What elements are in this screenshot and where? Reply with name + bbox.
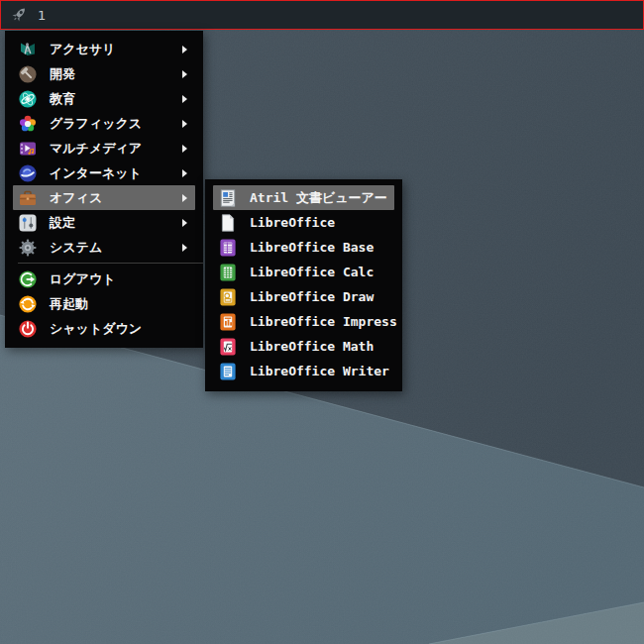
menu-item-atril[interactable]: Atril 文書ビューアー [213, 185, 394, 210]
libreoffice-icon [218, 213, 238, 233]
menu-item-label: LibreOffice [250, 215, 335, 230]
settings-icon [18, 213, 38, 233]
menu-item-libreoffice-draw[interactable]: LibreOffice Draw [213, 284, 394, 309]
menu-item-system[interactable]: システム [13, 235, 195, 260]
office-icon [18, 188, 38, 208]
submenu-arrow-icon [182, 219, 187, 227]
menu-item-label: LibreOffice Base [250, 240, 374, 255]
development-icon [18, 64, 38, 84]
writer-icon [218, 362, 238, 381]
impress-icon [218, 312, 238, 332]
menu-separator [18, 263, 203, 264]
menu-item-multimedia[interactable]: マルチメディア [13, 136, 195, 161]
education-icon [18, 89, 38, 109]
shutdown-icon [18, 319, 38, 339]
rocket-icon[interactable] [9, 5, 29, 25]
menu-item-label: 教育 [50, 90, 75, 108]
calc-icon [218, 263, 238, 282]
internet-icon [18, 163, 38, 183]
menu-item-label: 開発 [50, 65, 75, 83]
applications-menu: アクセサリ開発教育グラフィックスマルチメディアインターネットオフィス設定システム… [5, 31, 203, 348]
submenu-arrow-icon [182, 46, 187, 54]
menu-item-libreoffice-calc[interactable]: LibreOffice Calc [213, 260, 394, 284]
system-icon [18, 238, 38, 258]
menu-item-label: LibreOffice Math [250, 339, 374, 354]
menu-item-libreoffice-base[interactable]: LibreOffice Base [213, 235, 394, 260]
menu-item-label: アクセサリ [50, 41, 116, 58]
menu-item-logout[interactable]: ログアウト [13, 267, 195, 291]
submenu-arrow-icon [182, 95, 187, 103]
draw-icon [218, 287, 238, 307]
submenu-arrow-icon [182, 194, 187, 202]
menu-item-education[interactable]: 教育 [13, 86, 195, 111]
accessories-icon [18, 40, 38, 59]
menu-item-label: LibreOffice Draw [250, 289, 374, 304]
menu-item-accessories[interactable]: アクセサリ [13, 37, 195, 61]
menu-item-shutdown[interactable]: シャットダウン [13, 316, 195, 341]
multimedia-icon [18, 139, 38, 159]
atril-icon [218, 188, 238, 208]
submenu-arrow-icon [182, 145, 187, 153]
workspace-indicator[interactable]: 1 [38, 9, 46, 22]
menu-item-label: ログアウト [50, 270, 116, 288]
base-icon [218, 238, 238, 258]
menu-item-settings[interactable]: 設定 [13, 210, 195, 235]
menu-item-libreoffice[interactable]: LibreOffice [213, 210, 394, 235]
submenu-arrow-icon [182, 244, 187, 252]
menu-item-development[interactable]: 開発 [13, 61, 195, 86]
desktop: 1 アクセサリ開発教育グラフィックスマルチメディアインターネットオフィス設定シス… [0, 0, 644, 644]
menu-item-libreoffice-impress[interactable]: LibreOffice Impress [213, 309, 394, 334]
menu-item-label: シャットダウン [50, 320, 142, 338]
menu-item-internet[interactable]: インターネット [13, 161, 195, 185]
menu-item-graphics[interactable]: グラフィックス [13, 111, 195, 136]
math-icon [218, 337, 238, 357]
menu-item-label: Atril 文書ビューアー [250, 189, 387, 207]
menu-item-label: マルチメディア [50, 140, 142, 158]
restart-icon [18, 294, 38, 314]
menu-item-office[interactable]: オフィス [13, 185, 195, 210]
menu-item-label: LibreOffice Writer [250, 364, 389, 378]
menu-item-label: LibreOffice Calc [250, 265, 374, 279]
submenu-arrow-icon [182, 169, 187, 177]
menu-item-label: LibreOffice Impress [250, 314, 397, 329]
menu-item-restart[interactable]: 再起動 [13, 291, 195, 316]
office-submenu: Atril 文書ビューアーLibreOfficeLibreOffice Base… [205, 179, 402, 391]
menu-item-libreoffice-writer[interactable]: LibreOffice Writer [213, 359, 394, 383]
menu-item-label: システム [50, 239, 102, 257]
menu-item-label: 設定 [50, 214, 75, 232]
menu-item-label: 再起動 [50, 295, 88, 313]
menu-item-libreoffice-math[interactable]: LibreOffice Math [213, 334, 394, 359]
menu-item-label: オフィス [50, 189, 102, 207]
menu-item-label: グラフィックス [50, 115, 142, 133]
top-panel: 1 [0, 0, 644, 30]
submenu-arrow-icon [182, 120, 187, 128]
submenu-arrow-icon [182, 70, 187, 78]
logout-icon [18, 269, 38, 289]
menu-item-label: インターネット [50, 164, 142, 182]
graphics-icon [18, 114, 38, 134]
